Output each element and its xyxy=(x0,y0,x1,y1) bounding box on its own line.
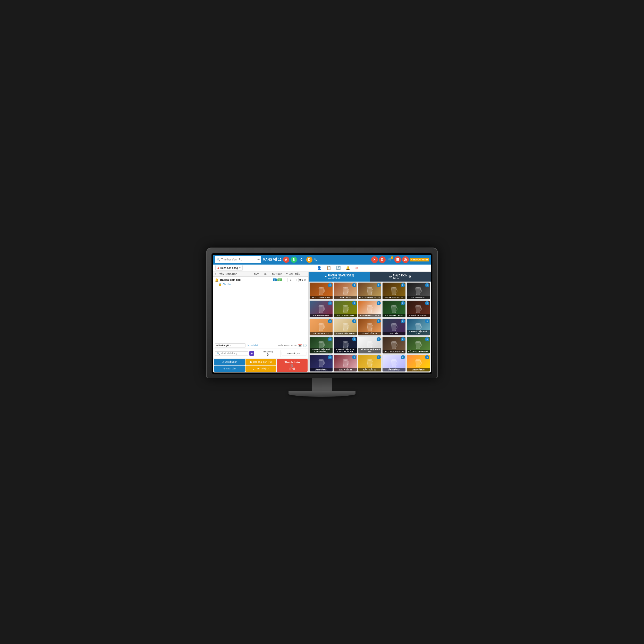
product-card[interactable]: 0CÀ PHÊ SỮA ĐÁ xyxy=(358,318,381,336)
product-name: BẠC XỈU xyxy=(383,332,405,335)
item-tag-green[interactable]: CK xyxy=(277,278,282,281)
product-badge: 0 xyxy=(352,319,356,323)
bell-icon[interactable]: 🔔 xyxy=(346,266,350,270)
qty-plus-btn[interactable]: + xyxy=(294,278,299,282)
clock-icon[interactable]: 🕐 xyxy=(303,344,307,347)
user-icon[interactable]: 👤 xyxy=(317,266,321,270)
transfer-table-btn[interactable]: ⇄ Chuyển bàn xyxy=(214,359,245,365)
note-edit-link[interactable]: Ghi chú xyxy=(223,283,231,285)
calendar-icon[interactable]: 📅 xyxy=(298,344,302,347)
add-customer-btn[interactable]: + xyxy=(249,351,254,356)
product-badge: 0 xyxy=(401,337,405,341)
target-icon[interactable]: ⊕ xyxy=(355,266,358,270)
product-card[interactable]: 0CAFFEE THẠCH ĐÁ XAY xyxy=(406,318,430,336)
tab-c[interactable]: C xyxy=(299,257,305,263)
product-name: ICE CARAMEL LATTE xyxy=(358,314,381,317)
menu-section-tab[interactable]: 🍽 THỰC ĐƠN Tất cả ⚙ xyxy=(370,272,431,282)
product-name: ICE AMERICANO xyxy=(310,314,333,317)
edit-icon[interactable]: ✎ xyxy=(314,258,317,262)
channel-chevron: ▼ xyxy=(239,267,241,269)
product-badge: 0 xyxy=(401,301,405,305)
product-name: HOT LATTE xyxy=(334,296,357,299)
note-btn[interactable]: ✎ Ghi chú xyxy=(247,344,277,347)
search-input[interactable] xyxy=(221,258,256,261)
product-card[interactable]: 0SẢN PHẨM 21 xyxy=(309,354,333,372)
product-card[interactable]: 0ICE ESPRESSO xyxy=(406,282,430,300)
product-badge: 0 xyxy=(352,355,356,359)
product-badge: 0 xyxy=(401,283,405,287)
product-name: HOT CAPPUCCINO xyxy=(310,296,333,299)
total-block: Tổng cộng 0 xyxy=(255,350,281,357)
product-card[interactable]: 0CÀ PHÊ ĐEN ĐÁ xyxy=(309,318,333,336)
col-actions xyxy=(302,273,307,275)
product-name: ICE MOCHA LATTE xyxy=(383,314,405,317)
product-card[interactable]: 0SẢN PHẨM 25 xyxy=(406,354,430,372)
split-table-btn[interactable]: ⚙ Tách bàn xyxy=(214,366,245,372)
monitor-icon-btn[interactable]: 🖥 xyxy=(379,256,386,263)
product-card[interactable]: 0ICE CAPPUCCINO xyxy=(334,300,357,318)
product-card[interactable]: 0HOT CAPPUCCINO xyxy=(309,282,333,300)
tools-icon-btn[interactable]: ✖ xyxy=(371,256,378,263)
product-badge: 0 xyxy=(328,283,332,287)
product-name: CAFFEE THẠCH ĐÁ XAY CARAMEL xyxy=(310,348,333,353)
product-card[interactable]: 0BẠC XỈU xyxy=(382,318,406,336)
product-badge: 0 xyxy=(425,301,429,305)
action-buttons: ⇄ Chuyển bàn 📝 Báo chế biến [F9] Thanh t… xyxy=(213,358,308,372)
refresh-icon[interactable]: 🔄 xyxy=(336,266,341,270)
product-name: ICE CAPPUCCINO xyxy=(334,314,357,317)
product-card[interactable]: 0TRÀ XANH THẠCH ĐÁ XAY xyxy=(358,336,381,354)
note-pencil-icon: ✎ xyxy=(247,344,249,347)
product-card[interactable]: 0SỮA CHUA ĐÁNH ĐÁ xyxy=(406,336,430,354)
product-name: CAFFEE THẠCH ĐÁ XAY xyxy=(407,330,430,335)
product-card[interactable]: 0CAFFEE THẠCH ĐÁ XAY CHOCOLATE xyxy=(334,336,357,354)
price-select[interactable]: Giá niêm yết ▼ xyxy=(215,343,246,348)
menu-icon-btn[interactable]: ☰ xyxy=(394,256,401,263)
product-card[interactable]: 0HOT MOCHA LATTE xyxy=(382,282,406,300)
temp-save-btn[interactable]: 🖨 Tạm tính [F3] xyxy=(245,366,276,372)
clipboard-icon[interactable]: 📋 xyxy=(327,266,331,270)
product-name: SẢN PHẨM 21 xyxy=(310,368,333,371)
menu-icon: 🍽 xyxy=(389,275,392,278)
tab-d[interactable]: D xyxy=(306,257,312,263)
item-tag-blue[interactable]: ⊕ xyxy=(273,278,277,281)
product-name: SỮA CHUA ĐÁNH ĐÁ xyxy=(407,350,430,353)
item-delete-btn[interactable]: 🗑 xyxy=(304,278,307,282)
cart-badge: 4 xyxy=(391,256,393,259)
product-badge: 0 xyxy=(377,355,381,359)
product-card[interactable]: 0CAFFEE THẠCH ĐÁ XAY CARAMEL xyxy=(309,336,333,354)
product-card[interactable]: 0SẢN PHẨM 23 xyxy=(358,354,381,372)
tab-b[interactable]: B xyxy=(291,257,297,263)
checkout-label: Thanh toán xyxy=(278,361,306,364)
sub-bar-icons: 👤 📋 🔄 🔔 ⊕ xyxy=(247,266,429,270)
cart-icon-btn[interactable]: 🛒 4 xyxy=(387,256,393,263)
product-card[interactable]: 0ICE MOCHA LATTE xyxy=(382,300,406,318)
channel-label: Kênh bán hàng xyxy=(220,267,238,269)
product-card[interactable]: 0CÀ PHÊ SỮA NÓNG xyxy=(334,318,357,336)
qty-minus-btn[interactable]: − xyxy=(283,278,288,282)
product-badge: 0 xyxy=(401,355,405,359)
search-box: 🔍 ✉ xyxy=(215,256,261,263)
product-card[interactable]: 0OREO THẠCH ĐÁ XAY xyxy=(382,336,406,354)
product-card[interactable]: 0CÀ PHÊ ĐEN NÓNG xyxy=(406,300,430,318)
product-card[interactable]: 0HOT CARAMEL LATTE xyxy=(358,282,381,300)
product-card[interactable]: 0SẢN PHẨM 24 xyxy=(382,354,406,372)
channel-select[interactable]: ● Kênh bán hàng ▼ xyxy=(215,265,243,271)
product-card[interactable]: 0HOT LATTE xyxy=(334,282,357,300)
product-badge: 0 xyxy=(377,283,381,287)
product-badge: 0 xyxy=(328,319,332,323)
save-draft-btn[interactable]: 📝 Báo chế biến [F9] xyxy=(245,359,276,365)
product-card[interactable]: 0SẢN PHẨM 22 xyxy=(334,354,357,372)
table-section-tab[interactable]: ✦ PHÒNG / BÀN [30/62] MANG VỀ 12 xyxy=(309,272,370,282)
split-icon: ⚙ xyxy=(223,367,226,370)
monitor-wrapper: 🔍 ✉ MANG VỀ 12 A B C D ✎ xyxy=(206,248,438,397)
search-icon: 🔍 xyxy=(216,258,220,261)
item-actions: ⊕ CK − 1 + 0 0 xyxy=(273,278,307,282)
tab-a[interactable]: A xyxy=(283,257,289,263)
table-section-sub: MANG VỀ 12 xyxy=(328,277,354,279)
settings-icon[interactable]: ⚙ xyxy=(408,275,411,278)
product-card[interactable]: 0ICE CARAMEL LATTE xyxy=(358,300,381,318)
checkout-btn[interactable]: Thanh toán 🛒 [F4] xyxy=(277,359,308,372)
product-card[interactable]: 0ICE AMERICANO xyxy=(309,300,333,318)
top-bar: 🔍 ✉ MANG VỀ 12 A B C D ✎ xyxy=(213,255,431,265)
power-icon-btn[interactable]: ⏻ xyxy=(402,256,409,263)
